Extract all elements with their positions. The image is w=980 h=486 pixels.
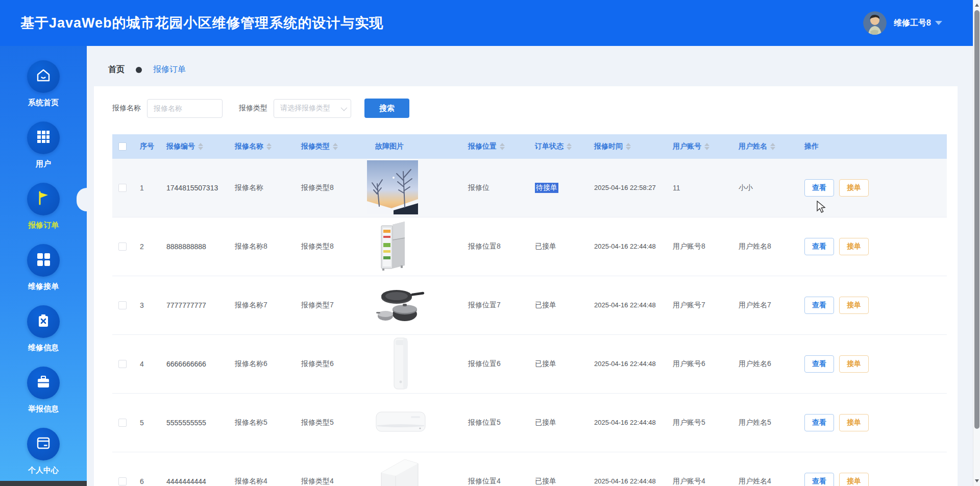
sidebar-item-system-home[interactable]: 系统首页 <box>0 60 87 108</box>
table-row: 1 1744815507313 报修名称 报修类型8 <box>112 159 947 217</box>
row-checkbox[interactable] <box>118 242 127 251</box>
sidebar-item-report-info[interactable]: 举报信息 <box>0 367 87 414</box>
repair-time: 2025-04-16 22:44:48 <box>594 241 663 252</box>
row-checkbox[interactable] <box>118 360 127 368</box>
page-scrollbar[interactable] <box>973 0 980 486</box>
fault-image[interactable] <box>375 284 426 327</box>
col-order-no[interactable]: 报修编号 <box>160 142 229 151</box>
sort-caret-icons[interactable] <box>626 143 631 150</box>
col-time[interactable]: 报修时间 <box>590 142 667 151</box>
sidebar-item-label: 系统首页 <box>28 98 59 108</box>
view-button[interactable]: 查看 <box>804 414 834 431</box>
scroll-down-arrow-icon[interactable] <box>973 477 980 485</box>
col-location[interactable]: 报修位置 <box>462 142 529 151</box>
sidebar-item-label: 个人中心 <box>28 466 59 475</box>
sort-caret-icons[interactable] <box>500 143 505 150</box>
breadcrumb-dot-icon <box>136 67 142 73</box>
view-button[interactable]: 查看 <box>804 238 834 255</box>
repair-type-label: 报修类型 <box>239 104 267 113</box>
repair-time: 2025-04-16 22:44:48 <box>594 300 663 310</box>
accept-button[interactable]: 接单 <box>839 473 869 486</box>
view-button[interactable]: 查看 <box>804 355 834 373</box>
row-checkbox[interactable] <box>118 477 127 485</box>
chevron-down-icon <box>341 104 348 111</box>
repair-time: 2025-04-16 22:58:27 <box>594 183 663 193</box>
sort-caret-icons[interactable] <box>567 143 572 150</box>
view-button[interactable]: 查看 <box>804 473 834 486</box>
col-name[interactable]: 报修名称 <box>229 142 295 151</box>
breadcrumb-home[interactable]: 首页 <box>108 64 125 75</box>
scroll-up-arrow-icon[interactable] <box>973 1 980 9</box>
fault-image[interactable] <box>375 221 409 273</box>
sidebar-item-repair-accept[interactable]: 维修接单 <box>0 244 87 291</box>
repair-type-placeholder: 请选择报修类型 <box>280 104 330 113</box>
sidebar-item-users[interactable]: 用户 <box>0 121 87 169</box>
sort-caret-icons[interactable] <box>770 143 775 150</box>
row-checkbox[interactable] <box>118 301 127 309</box>
repair-name-label: 报修名称 <box>112 104 141 113</box>
sidebar-item-repair-orders[interactable]: 报修订单 <box>0 183 87 230</box>
sidebar-item-repair-info[interactable]: 维修信息 <box>0 305 87 353</box>
table-row: 4 6666666666 报修名称6 报修类型6 报修位置6 已接单 <box>112 335 947 394</box>
table-header-row: 序号 报修编号 报修名称 报修类型 故障图片 报修位置 订单状态 报修时间 用户… <box>112 134 947 159</box>
fault-image[interactable] <box>375 455 422 486</box>
repair-time: 2025-04-16 22:44:48 <box>594 359 663 369</box>
col-actions: 操作 <box>798 142 947 151</box>
search-button[interactable]: 搜索 <box>364 99 409 118</box>
table-row: 5 5555555555 报修名称5 报修类型5 报修位置5 已接单 <box>112 394 947 452</box>
status-badge: 待接单 <box>535 183 558 193</box>
view-button[interactable]: 查看 <box>804 179 834 197</box>
fault-image[interactable] <box>393 337 408 392</box>
user-avatar <box>863 11 887 35</box>
sort-caret-icons[interactable] <box>198 143 203 150</box>
sidebar-item-label: 维修接单 <box>28 282 59 291</box>
app-title: 基于JavaWeb的城市花园小区维修管理系统的设计与实现 <box>20 14 384 32</box>
sort-caret-icons[interactable] <box>333 143 338 150</box>
user-menu[interactable]: 维修工号8 <box>863 11 942 35</box>
col-account[interactable]: 用户账号 <box>667 142 732 151</box>
chevron-down-icon <box>935 21 942 25</box>
col-image: 故障图片 <box>360 142 462 151</box>
sidebar-item-label: 维修信息 <box>28 343 59 353</box>
fault-image[interactable] <box>375 410 426 436</box>
accept-button[interactable]: 接单 <box>839 355 869 373</box>
orders-table: 序号 报修编号 报修名称 报修类型 故障图片 报修位置 订单状态 报修时间 用户… <box>112 134 947 486</box>
search-form: 报修名称 报修类型 请选择报修类型 搜索 <box>112 99 939 118</box>
row-checkbox[interactable] <box>118 419 127 427</box>
col-index: 序号 <box>134 142 160 151</box>
clipboard-x-icon <box>36 313 51 330</box>
accept-button[interactable]: 接单 <box>839 297 869 314</box>
row-checkbox[interactable] <box>118 184 127 192</box>
col-type[interactable]: 报修类型 <box>295 142 360 151</box>
users-grid-icon <box>36 129 51 147</box>
sort-caret-icons[interactable] <box>266 143 272 150</box>
select-all-checkbox[interactable] <box>118 142 127 151</box>
col-status[interactable]: 订单状态 <box>529 142 590 151</box>
repair-type-select[interactable]: 请选择报修类型 <box>274 99 351 118</box>
breadcrumb-current[interactable]: 报修订单 <box>153 64 186 75</box>
table-row: 6 4444444444 报修名称4 报修类型4 报修位置4 已接单 2025-… <box>112 452 947 486</box>
sort-caret-icons[interactable] <box>704 143 709 150</box>
sidebar-item-label: 用户 <box>36 159 51 169</box>
col-user[interactable]: 用户姓名 <box>732 142 798 151</box>
home-icon <box>35 67 52 86</box>
view-button[interactable]: 查看 <box>804 297 834 314</box>
repair-time: 2025-04-16 22:44:48 <box>594 476 663 486</box>
sidebar: 系统首页 用户 报修订单 <box>0 46 87 486</box>
accept-button[interactable]: 接单 <box>839 238 869 255</box>
id-card-icon <box>36 435 51 453</box>
table-row: 3 7777777777 报修名称7 报修类型7 <box>112 276 947 335</box>
sidebar-item-profile[interactable]: 个人中心 <box>0 428 87 475</box>
accept-button[interactable]: 接单 <box>839 414 869 431</box>
repair-name-input[interactable] <box>147 99 223 118</box>
table-row: 2 8888888888 报修名称8 报修类型8 <box>112 217 947 276</box>
fault-image[interactable] <box>367 160 418 216</box>
app-header: 基于JavaWeb的城市花园小区维修管理系统的设计与实现 维修工号8 <box>0 0 973 46</box>
flag-icon <box>35 190 52 208</box>
scrollbar-thumb[interactable] <box>974 10 979 429</box>
repair-time: 2025-04-16 22:44:48 <box>594 418 663 428</box>
sidebar-item-label: 报修订单 <box>28 221 59 230</box>
breadcrumb: 首页 报修订单 <box>108 64 973 75</box>
accept-button[interactable]: 接单 <box>839 179 869 197</box>
user-name: 维修工号8 <box>894 18 931 29</box>
